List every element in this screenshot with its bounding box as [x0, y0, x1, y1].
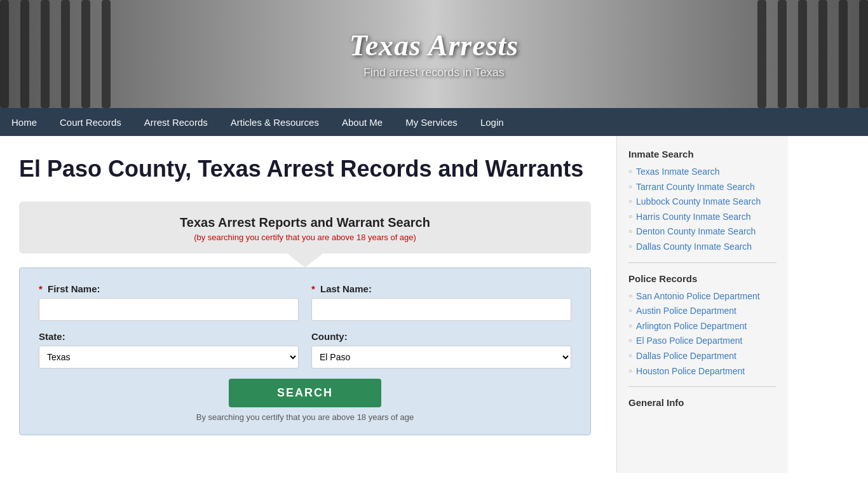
- county-select[interactable]: El Paso: [311, 346, 571, 369]
- police-link-2[interactable]: Arlington Police Department: [636, 320, 747, 333]
- bar: [102, 0, 111, 108]
- bar: [778, 0, 787, 108]
- bar: [798, 0, 807, 108]
- bar: [818, 0, 827, 108]
- police-link-0[interactable]: San Antonio Police Department: [636, 290, 760, 303]
- bar: [0, 0, 9, 108]
- location-row: State: Texas County: El Paso: [39, 331, 571, 369]
- first-name-group: * First Name:: [39, 283, 299, 321]
- list-item: Texas Inmate Search: [628, 166, 776, 179]
- main-nav: Home Court Records Arrest Records Articl…: [0, 108, 868, 136]
- list-item: Harris County Inmate Search: [628, 211, 776, 224]
- name-row: * First Name: * Last Name:: [39, 283, 571, 321]
- inmate-search-link-1[interactable]: Tarrant County Inmate Search: [636, 181, 755, 194]
- first-name-label: * First Name:: [39, 283, 299, 294]
- required-marker: *: [39, 283, 43, 294]
- police-link-5[interactable]: Houston Police Department: [636, 365, 745, 378]
- list-item: Austin Police Department: [628, 305, 776, 318]
- bar: [20, 0, 29, 108]
- nav-arrest-records[interactable]: Arrest Records: [133, 108, 219, 136]
- header-text: Texas Arrests Find arrest records in Tex…: [349, 29, 519, 79]
- site-subtitle: Find arrest records in Texas: [349, 66, 519, 79]
- state-group: State: Texas: [39, 331, 299, 369]
- nav-about-me[interactable]: About Me: [330, 108, 394, 136]
- main-content: El Paso County, Texas Arrest Records and…: [0, 136, 616, 473]
- sidebar-divider-2: [628, 386, 776, 387]
- search-box-subtitle: (by searching you certify that you are a…: [37, 233, 573, 242]
- bar: [757, 0, 766, 108]
- inmate-search-list: Texas Inmate Search Tarrant County Inmat…: [628, 166, 776, 254]
- county-group: County: El Paso: [311, 331, 571, 369]
- list-item: San Antonio Police Department: [628, 290, 776, 303]
- last-name-label: * Last Name:: [311, 283, 571, 294]
- county-label: County:: [311, 331, 571, 342]
- first-name-input[interactable]: [39, 298, 299, 321]
- search-note: By searching you certify that you are ab…: [39, 412, 571, 422]
- inmate-search-link-3[interactable]: Harris County Inmate Search: [636, 211, 751, 224]
- nav-court-records[interactable]: Court Records: [48, 108, 133, 136]
- state-select[interactable]: Texas: [39, 346, 299, 369]
- nav-home[interactable]: Home: [0, 108, 48, 136]
- bar: [839, 0, 848, 108]
- sidebar-general-info-title: General Info: [628, 397, 776, 408]
- list-item: Denton County Inmate Search: [628, 226, 776, 238]
- bar: [859, 0, 868, 108]
- inmate-search-link-4[interactable]: Denton County Inmate Search: [636, 226, 756, 238]
- last-name-group: * Last Name:: [311, 283, 571, 321]
- required-marker: *: [311, 283, 315, 294]
- sidebar: Inmate Search Texas Inmate Search Tarran…: [616, 136, 788, 473]
- list-item: Tarrant County Inmate Search: [628, 181, 776, 194]
- site-title: Texas Arrests: [349, 29, 519, 62]
- page-title: El Paso County, Texas Arrest Records and…: [19, 155, 591, 182]
- arrow-down-icon: [287, 254, 323, 268]
- inmate-search-link-2[interactable]: Lubbock County Inmate Search: [636, 196, 761, 208]
- header-bars-right: [728, 0, 868, 108]
- list-item: Arlington Police Department: [628, 320, 776, 333]
- bar: [41, 0, 50, 108]
- nav-articles-resources[interactable]: Articles & Resources: [219, 108, 330, 136]
- main-layout: El Paso County, Texas Arrest Records and…: [0, 136, 868, 473]
- list-item: Dallas Police Department: [628, 350, 776, 363]
- search-box: Texas Arrest Reports and Warrant Search …: [19, 201, 591, 254]
- police-records-list: San Antonio Police Department Austin Pol…: [628, 290, 776, 378]
- last-name-input[interactable]: [311, 298, 571, 321]
- police-link-3[interactable]: El Paso Police Department: [636, 335, 742, 348]
- police-link-1[interactable]: Austin Police Department: [636, 305, 736, 318]
- state-label: State:: [39, 331, 299, 342]
- police-link-4[interactable]: Dallas Police Department: [636, 350, 736, 363]
- search-button[interactable]: SEARCH: [229, 379, 381, 407]
- sidebar-inmate-search-title: Inmate Search: [628, 149, 776, 159]
- bar: [61, 0, 70, 108]
- sidebar-police-records-title: Police Records: [628, 273, 776, 284]
- bar: [81, 0, 90, 108]
- search-form: * First Name: * Last Name: State: Texas: [19, 268, 591, 435]
- header-bars-left: [0, 0, 140, 108]
- site-header: Texas Arrests Find arrest records in Tex…: [0, 0, 868, 108]
- list-item: Houston Police Department: [628, 365, 776, 378]
- inmate-search-link-5[interactable]: Dallas County Inmate Search: [636, 241, 752, 254]
- sidebar-divider: [628, 262, 776, 263]
- inmate-search-link-0[interactable]: Texas Inmate Search: [636, 166, 720, 179]
- list-item: El Paso Police Department: [628, 335, 776, 348]
- nav-my-services[interactable]: My Services: [394, 108, 469, 136]
- list-item: Lubbock County Inmate Search: [628, 196, 776, 208]
- search-box-title: Texas Arrest Reports and Warrant Search: [37, 215, 573, 230]
- list-item: Dallas County Inmate Search: [628, 241, 776, 254]
- nav-login[interactable]: Login: [469, 108, 515, 136]
